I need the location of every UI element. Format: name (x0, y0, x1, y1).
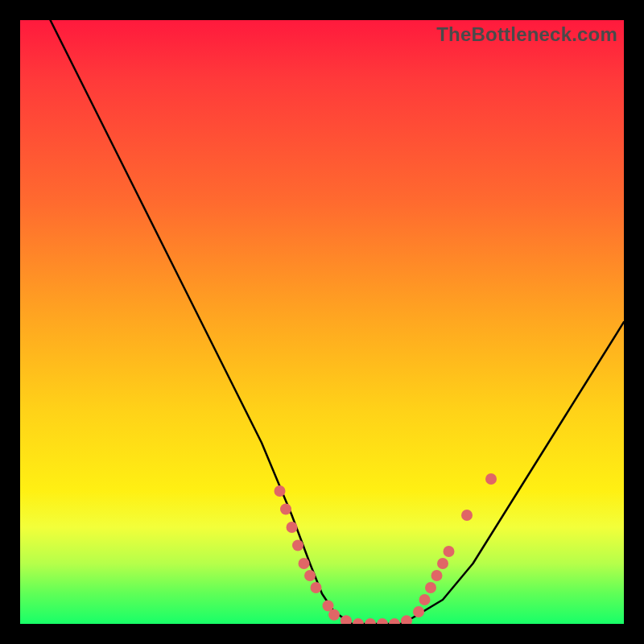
data-point-marker (461, 510, 473, 521)
data-point-marker (287, 522, 298, 533)
data-point-marker (353, 618, 364, 624)
data-point-marker (389, 618, 400, 624)
data-point-marker (275, 485, 286, 497)
data-point-marker (444, 546, 455, 557)
chart-frame: TheBottleneck.com (0, 0, 644, 644)
data-point-marker (292, 540, 303, 551)
data-point-marker (365, 618, 376, 624)
plot-area: TheBottleneck.com (20, 20, 624, 624)
data-point-marker (425, 582, 436, 593)
data-point-marker (437, 558, 448, 569)
data-point-marker (304, 570, 316, 581)
data-point-marker (413, 606, 424, 617)
data-point-marker (280, 504, 291, 515)
curve-svg (20, 20, 624, 624)
bottleneck-curve (51, 20, 625, 624)
data-point-marker (485, 473, 497, 485)
data-point-marker (431, 570, 443, 581)
data-point-marker (311, 582, 322, 593)
data-point-marker (401, 615, 412, 624)
data-point-marker (419, 594, 431, 605)
data-point-marker (328, 609, 340, 621)
data-point-marker (299, 558, 310, 569)
data-point-marker (377, 618, 388, 624)
